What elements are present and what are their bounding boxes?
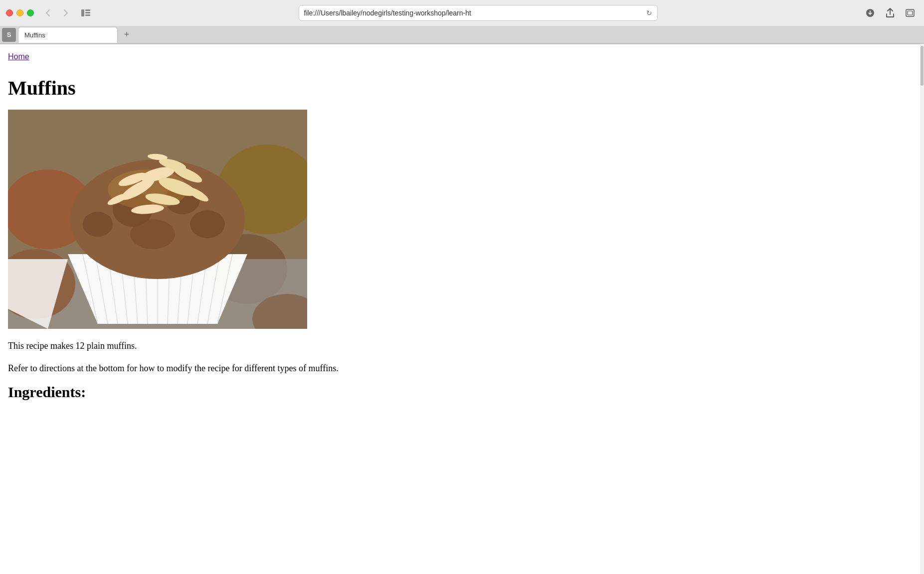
close-button[interactable] bbox=[6, 9, 13, 16]
page-title: Muffins bbox=[8, 76, 916, 100]
recipe-text-1: This recipe makes 12 plain muffins. bbox=[8, 339, 916, 353]
maximize-button[interactable] bbox=[27, 9, 34, 16]
tab-title: Muffins bbox=[24, 31, 45, 39]
svg-point-30 bbox=[190, 210, 225, 238]
svg-rect-3 bbox=[85, 14, 90, 16]
browser-actions bbox=[862, 6, 918, 20]
nav-buttons bbox=[40, 6, 74, 20]
svg-rect-0 bbox=[81, 9, 84, 16]
page-content: Home Muffins bbox=[0, 44, 924, 421]
svg-rect-2 bbox=[85, 12, 90, 13]
recipe-text-2: Refer to directions at the bottom for ho… bbox=[8, 361, 916, 376]
browser-chrome: file:///Users/lbailey/nodegirls/testing-… bbox=[0, 0, 924, 44]
svg-rect-6 bbox=[908, 11, 913, 15]
new-tab-button[interactable]: + bbox=[120, 28, 134, 42]
svg-rect-1 bbox=[85, 9, 90, 11]
window-button[interactable] bbox=[902, 6, 918, 20]
svg-point-29 bbox=[83, 212, 113, 237]
scrollbar-track[interactable] bbox=[920, 44, 924, 574]
sidebar-toggle-button[interactable] bbox=[78, 6, 94, 20]
traffic-lights bbox=[6, 9, 34, 16]
url-text: file:///Users/lbailey/nodegirls/testing-… bbox=[304, 9, 642, 17]
muffin-image-container bbox=[8, 110, 916, 331]
address-bar-container: file:///Users/lbailey/nodegirls/testing-… bbox=[98, 5, 858, 21]
browser-titlebar: file:///Users/lbailey/nodegirls/testing-… bbox=[0, 0, 924, 26]
tab-bar: S Muffins + bbox=[0, 26, 924, 44]
refresh-button[interactable]: ↻ bbox=[646, 9, 652, 17]
muffin-image bbox=[8, 110, 307, 329]
minimize-button[interactable] bbox=[16, 9, 23, 16]
back-button[interactable] bbox=[40, 6, 56, 20]
download-button[interactable] bbox=[862, 6, 878, 20]
tab-favicon: S bbox=[2, 28, 16, 42]
home-link[interactable]: Home bbox=[8, 52, 29, 61]
scrollbar-thumb[interactable] bbox=[921, 46, 924, 86]
forward-button[interactable] bbox=[58, 6, 74, 20]
share-button[interactable] bbox=[882, 6, 898, 20]
svg-point-28 bbox=[130, 219, 175, 249]
browser-tab[interactable]: Muffins bbox=[18, 27, 118, 43]
address-bar[interactable]: file:///Users/lbailey/nodegirls/testing-… bbox=[299, 5, 658, 21]
ingredients-heading: Ingredients: bbox=[8, 384, 916, 401]
